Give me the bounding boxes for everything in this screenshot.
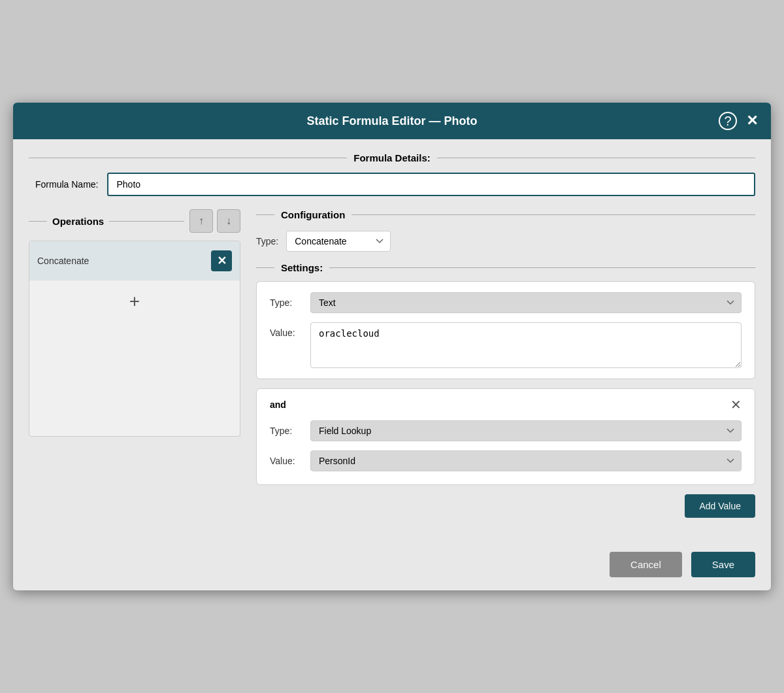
left-panel: Operations ↑ ↓ Concatenate ✕ + (29, 209, 251, 528)
cancel-button[interactable]: Cancel (610, 552, 682, 577)
formula-details-header: Formula Details: (29, 152, 755, 163)
config-type-row: Type: Concatenate Field Lookup Text Form… (256, 231, 755, 252)
second-type-row: Type: Field Lookup Text Formula (270, 420, 742, 441)
static-formula-editor-dialog: Static Formula Editor — Photo ? ✕ Formul… (13, 103, 771, 590)
dialog-title: Static Formula Editor — Photo (65, 114, 719, 128)
config-type-label: Type: (256, 236, 278, 246)
config-title: Configuration (281, 209, 345, 220)
formula-name-row: Formula Name: (35, 173, 755, 196)
help-icon[interactable]: ? (719, 112, 737, 130)
ops-line-right (109, 221, 184, 222)
operation-item-concatenate[interactable]: Concatenate ✕ (29, 241, 240, 280)
save-button[interactable]: Save (691, 552, 755, 577)
ops-arrows: ↑ ↓ (189, 209, 240, 233)
settings-header: Settings: (256, 262, 755, 273)
header-line-left (29, 158, 347, 158)
formula-name-label: Formula Name: (35, 179, 98, 190)
second-type-select[interactable]: Field Lookup Text Formula (310, 420, 742, 441)
title-bar: Static Formula Editor — Photo ? ✕ (13, 103, 771, 139)
second-type-label: Type: (270, 420, 302, 436)
header-line-right (437, 158, 755, 158)
first-type-select[interactable]: Text Field Lookup Formula (310, 292, 742, 313)
dialog-body: Formula Details: Formula Name: Operation… (13, 139, 771, 541)
operations-header: Operations ↑ ↓ (29, 209, 240, 233)
config-line-left (256, 214, 274, 215)
first-settings-card: Type: Text Field Lookup Formula Value: o… (256, 281, 755, 379)
settings-title: Settings: (281, 262, 323, 273)
config-line-right (351, 214, 755, 215)
config-type-select[interactable]: Concatenate Field Lookup Text Formula (286, 231, 391, 252)
right-panel: Configuration Type: Concatenate Field Lo… (251, 209, 755, 528)
and-card: and ✕ Type: Field Lookup Text Formula (256, 388, 755, 485)
delete-operation-button[interactable]: ✕ (211, 250, 232, 271)
add-operation-button[interactable]: + (29, 280, 240, 322)
second-value-select[interactable]: PersonId FirstName LastName Email (310, 450, 742, 471)
dialog-footer: Cancel Save (13, 541, 771, 590)
move-up-button[interactable]: ↑ (189, 209, 213, 233)
first-value-textarea[interactable]: oraclecloud (310, 322, 742, 368)
config-header: Configuration (256, 209, 755, 220)
formula-details-title: Formula Details: (353, 152, 431, 163)
second-value-row: Value: PersonId FirstName LastName Email (270, 450, 742, 471)
main-content: Operations ↑ ↓ Concatenate ✕ + (29, 209, 755, 528)
formula-name-input[interactable] (107, 173, 755, 196)
first-type-label: Type: (270, 292, 302, 308)
second-value-label: Value: (270, 450, 302, 466)
settings-line-right (329, 267, 755, 268)
add-value-row: Add Value (256, 494, 755, 518)
and-close-icon[interactable]: ✕ (730, 398, 742, 411)
settings-section: Settings: Type: Text Field Lookup Formul… (256, 262, 755, 518)
settings-line-left (256, 267, 274, 268)
title-bar-icons: ? ✕ (719, 112, 758, 130)
close-icon[interactable]: ✕ (746, 112, 758, 129)
first-value-label: Value: (270, 322, 302, 338)
ops-line-left (29, 221, 47, 222)
and-header: and ✕ (270, 398, 742, 411)
and-label: and (270, 399, 286, 410)
operations-list: Concatenate ✕ + (29, 241, 240, 437)
first-value-row: Value: oraclecloud (270, 322, 742, 368)
add-value-button[interactable]: Add Value (685, 494, 755, 518)
operation-item-label: Concatenate (37, 256, 89, 266)
first-type-row: Type: Text Field Lookup Formula (270, 292, 742, 313)
move-down-button[interactable]: ↓ (217, 209, 240, 233)
operations-title: Operations (52, 216, 104, 227)
